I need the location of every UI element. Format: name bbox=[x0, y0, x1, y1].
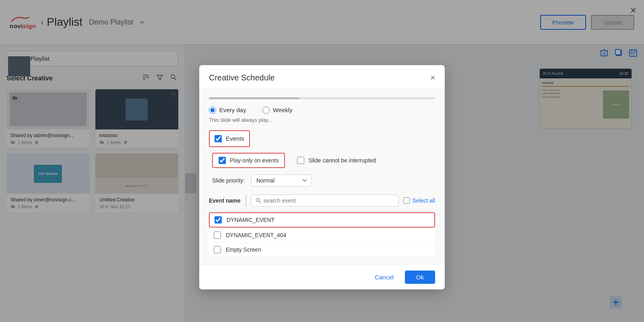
weekly-label: Weekly bbox=[273, 107, 293, 113]
events-label: Events bbox=[226, 135, 244, 142]
play-only-label: Play only on events bbox=[230, 157, 279, 164]
svg-point-21 bbox=[256, 198, 259, 201]
event-name-label: Event name bbox=[209, 197, 241, 204]
everyday-radio-option[interactable]: Every day bbox=[209, 107, 246, 114]
modal-overlay: Creative Schedule × Every day Weekly Thi bbox=[0, 0, 644, 322]
event-item-checkbox[interactable] bbox=[215, 216, 222, 224]
select-all-row: Select all bbox=[403, 197, 435, 204]
interrupted-label: Slide cannot be interrupted bbox=[308, 157, 376, 164]
cancel-button[interactable]: Cancel bbox=[368, 271, 400, 284]
ok-button[interactable]: Ok bbox=[405, 271, 435, 284]
always-play-text: This slide will always play... bbox=[209, 117, 435, 123]
divider bbox=[246, 195, 246, 207]
event-item[interactable]: DYNAMIC_EVENT bbox=[209, 212, 435, 228]
event-name-row: Event name Select all bbox=[209, 195, 435, 207]
slide-priority-row: Slide priority: Normal High Low bbox=[209, 174, 435, 187]
weekly-radio-option[interactable]: Weekly bbox=[262, 107, 293, 114]
event-item-label: DYNAMIC_EVENT_404 bbox=[226, 232, 286, 238]
modal-title: Creative Schedule bbox=[209, 73, 275, 82]
everyday-radio[interactable] bbox=[209, 107, 216, 114]
event-item[interactable]: DYNAMIC_EVENT_404 bbox=[209, 228, 435, 242]
event-list: DYNAMIC_EVENT DYNAMIC_EVENT_404 Empty Sc… bbox=[209, 212, 435, 256]
interrupted-box: Slide cannot be interrupted bbox=[297, 157, 376, 164]
interrupted-checkbox[interactable] bbox=[297, 157, 304, 164]
events-checkbox-box: Events bbox=[209, 130, 250, 147]
creative-schedule-modal: Creative Schedule × Every day Weekly Thi bbox=[199, 65, 445, 289]
everyday-label: Every day bbox=[219, 107, 246, 113]
event-item[interactable]: Empty Screen bbox=[209, 243, 435, 256]
search-box bbox=[251, 195, 399, 207]
play-only-checkbox[interactable] bbox=[219, 157, 226, 164]
select-all-label[interactable]: Select all bbox=[412, 197, 435, 204]
events-options-row: Play only on events Slide cannot be inte… bbox=[209, 153, 435, 168]
svg-line-22 bbox=[259, 201, 261, 203]
event-item-label: Empty Screen bbox=[226, 246, 261, 253]
modal-header: Creative Schedule × bbox=[199, 65, 445, 89]
play-only-box: Play only on events bbox=[212, 153, 285, 168]
event-item-checkbox[interactable] bbox=[214, 232, 221, 239]
events-section: Events Play only on events Slide cannot … bbox=[209, 130, 435, 256]
modal-body: Every day Weekly This slide will always … bbox=[199, 89, 445, 265]
event-item-checkbox[interactable] bbox=[214, 246, 221, 253]
priority-select[interactable]: Normal High Low bbox=[251, 174, 312, 187]
events-checkbox[interactable] bbox=[215, 135, 222, 142]
search-icon bbox=[256, 198, 261, 203]
modal-footer: Cancel Ok bbox=[199, 265, 445, 289]
schedule-options-row: Every day Weekly bbox=[209, 107, 435, 114]
weekly-radio[interactable] bbox=[262, 107, 270, 114]
modal-close-button[interactable]: × bbox=[430, 74, 435, 82]
event-search-input[interactable] bbox=[264, 197, 394, 204]
priority-label: Slide priority: bbox=[212, 177, 245, 184]
select-all-checkbox[interactable] bbox=[403, 197, 410, 204]
scroll-indicator bbox=[209, 97, 435, 99]
event-item-label: DYNAMIC_EVENT bbox=[227, 217, 275, 223]
